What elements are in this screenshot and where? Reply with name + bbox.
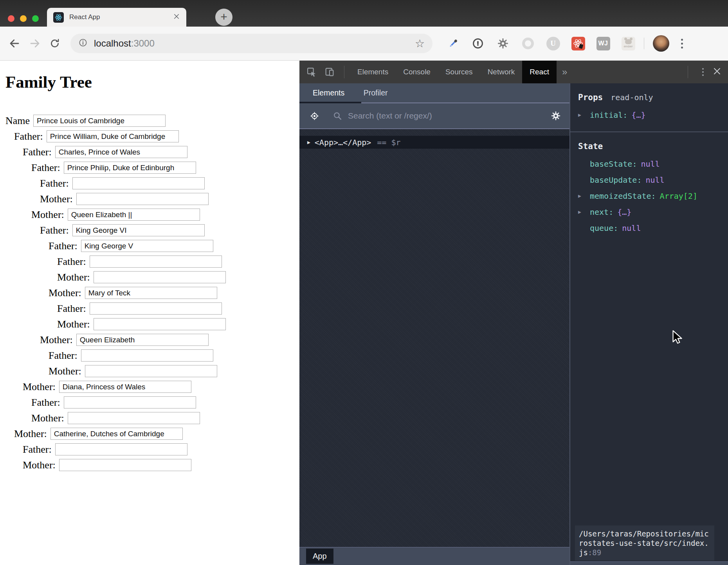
react-devtools-extension-icon[interactable] bbox=[571, 36, 585, 50]
settings-gear-icon[interactable] bbox=[549, 111, 562, 121]
person-name-input[interactable] bbox=[94, 318, 226, 330]
react-subtab[interactable]: Profiler bbox=[356, 83, 396, 103]
devtools-tab[interactable]: Elements bbox=[350, 61, 396, 83]
loop-extension-icon[interactable] bbox=[521, 36, 535, 50]
state-value: Array[2] bbox=[660, 191, 697, 201]
person-name-input[interactable] bbox=[90, 256, 222, 268]
reload-icon[interactable] bbox=[49, 38, 60, 49]
person-name-input[interactable] bbox=[68, 412, 200, 424]
window-controls bbox=[8, 15, 39, 22]
person-name-input[interactable] bbox=[33, 115, 166, 127]
profile-avatar[interactable] bbox=[653, 35, 669, 52]
browser-tab[interactable]: React App bbox=[47, 8, 186, 27]
person-name-input[interactable] bbox=[85, 287, 217, 299]
family-tree-form: Name Father: Father: Father: bbox=[5, 114, 299, 471]
state-item[interactable]: ▶ baseUpdate null bbox=[578, 172, 723, 188]
state-item[interactable]: ▶ next {…} bbox=[578, 204, 723, 220]
selected-component-row[interactable]: ▶ <App>…</App> == $r bbox=[299, 136, 569, 149]
inspect-element-icon[interactable] bbox=[303, 67, 321, 77]
person-name-input[interactable] bbox=[68, 209, 200, 221]
titlebar: React App + bbox=[0, 0, 728, 27]
devtools-tab[interactable]: Sources bbox=[438, 61, 480, 83]
url-port: :3000 bbox=[131, 38, 155, 49]
devtools-close-icon[interactable] bbox=[712, 67, 722, 77]
state-item[interactable]: ▶ memoizedState Array[2] bbox=[578, 188, 723, 204]
relation-label: Name bbox=[5, 115, 30, 127]
expand-arrow-icon[interactable]: ▶ bbox=[578, 112, 590, 118]
gear-extension-icon[interactable] bbox=[496, 36, 510, 50]
person-name-input[interactable] bbox=[59, 459, 191, 471]
minimize-window-button[interactable] bbox=[20, 15, 27, 22]
device-toolbar-icon[interactable] bbox=[321, 67, 339, 77]
person-name-input[interactable] bbox=[55, 443, 187, 455]
person-name-input[interactable] bbox=[72, 224, 205, 236]
expand-arrow-icon[interactable]: ▶ bbox=[578, 209, 590, 215]
back-icon[interactable] bbox=[9, 38, 20, 49]
person-name-input[interactable] bbox=[81, 349, 213, 362]
devtools-tabs: Elements Console Sources Network React bbox=[350, 61, 557, 83]
password-manager-extension-icon[interactable] bbox=[471, 36, 485, 50]
props-heading: Props bbox=[578, 93, 603, 102]
family-row: Father: bbox=[49, 239, 299, 252]
u-extension-icon[interactable]: U bbox=[546, 36, 560, 50]
close-window-button[interactable] bbox=[8, 15, 14, 22]
prop-item[interactable]: ▶ initial {…} bbox=[578, 107, 723, 123]
person-name-input[interactable] bbox=[47, 130, 179, 142]
color-picker-extension-icon[interactable] bbox=[446, 36, 460, 50]
component-search-bar bbox=[299, 103, 569, 129]
person-name-input[interactable] bbox=[64, 162, 196, 174]
devtools-tab[interactable]: Network bbox=[480, 61, 523, 83]
expand-arrow-icon[interactable]: ▶ bbox=[307, 139, 310, 145]
component-source-path[interactable]: /Users/taras/Repositories/microstates-us… bbox=[575, 525, 714, 561]
person-name-input[interactable] bbox=[50, 428, 183, 440]
person-name-input[interactable] bbox=[85, 365, 217, 377]
ember-inspector-extension-icon[interactable]: ember bbox=[621, 36, 635, 50]
person-name-input[interactable] bbox=[72, 177, 205, 189]
component-search-input[interactable] bbox=[348, 111, 549, 121]
expand-arrow-icon[interactable]: ▶ bbox=[578, 193, 590, 199]
relation-label: Father: bbox=[49, 350, 77, 362]
devtools-tab[interactable]: React bbox=[522, 61, 557, 83]
family-row: Father: bbox=[57, 302, 299, 315]
person-name-input[interactable] bbox=[81, 240, 213, 252]
state-heading: State bbox=[578, 142, 603, 151]
more-tabs-chevron-icon[interactable]: » bbox=[557, 67, 573, 77]
breadcrumb-app-tag[interactable]: App bbox=[306, 549, 333, 564]
site-info-icon[interactable] bbox=[78, 38, 88, 49]
person-name-input[interactable] bbox=[90, 302, 222, 315]
address-bar[interactable]: localhost:3000 ☆ bbox=[70, 34, 432, 53]
component-details-pane: Props read-only ▶ initial {…} bbox=[569, 83, 728, 565]
wsj-extension-icon[interactable]: WJ bbox=[596, 36, 610, 50]
select-component-target-icon[interactable] bbox=[306, 111, 323, 121]
bookmark-star-icon[interactable]: ☆ bbox=[415, 37, 425, 50]
zoom-window-button[interactable] bbox=[32, 15, 39, 22]
family-row: Mother: bbox=[40, 333, 299, 346]
person-name-input[interactable] bbox=[76, 334, 209, 346]
family-row: Mother: bbox=[14, 427, 299, 440]
person-name-input[interactable] bbox=[76, 193, 209, 205]
relation-label: Mother: bbox=[49, 365, 81, 377]
family-row: Father: bbox=[14, 130, 299, 143]
relation-label: Father: bbox=[14, 131, 43, 142]
relation-label: Father: bbox=[57, 303, 86, 315]
react-subtab[interactable]: Elements bbox=[305, 83, 352, 103]
state-item[interactable]: ▶ baseState null bbox=[578, 156, 723, 172]
person-name-input[interactable] bbox=[55, 146, 187, 158]
state-item[interactable]: ▶ queue null bbox=[578, 220, 723, 236]
u-extension-letter: U bbox=[546, 37, 560, 50]
browser-menu-icon[interactable] bbox=[679, 37, 685, 50]
relation-label: Father: bbox=[31, 162, 60, 174]
devtools-tab[interactable]: Console bbox=[396, 61, 438, 83]
new-tab-button[interactable]: + bbox=[215, 9, 232, 26]
forward-icon[interactable] bbox=[29, 38, 41, 49]
browser-window: React App + localhost:3000 ☆ bbox=[0, 0, 728, 565]
relation-label: Mother: bbox=[40, 193, 73, 205]
devtools-menu-icon[interactable] bbox=[700, 66, 706, 78]
person-name-input[interactable] bbox=[94, 271, 226, 283]
tab-close-icon[interactable] bbox=[173, 13, 180, 22]
prop-value: {…} bbox=[631, 110, 645, 120]
person-name-input[interactable] bbox=[59, 381, 191, 393]
relation-label: Father: bbox=[40, 225, 69, 236]
person-name-input[interactable] bbox=[64, 396, 196, 408]
relation-label: Mother: bbox=[23, 459, 56, 471]
